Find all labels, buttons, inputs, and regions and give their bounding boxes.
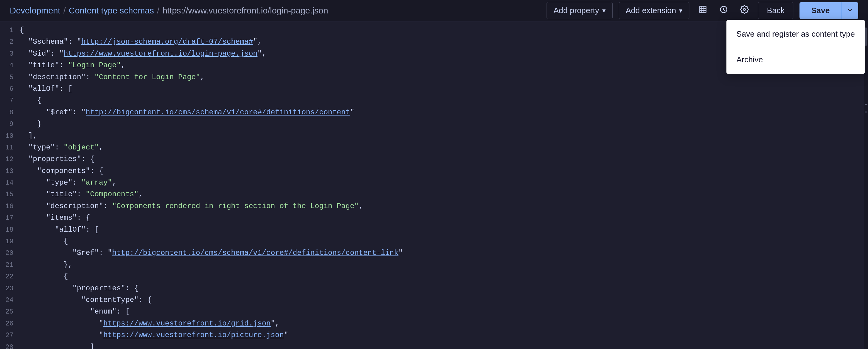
code-line: 20 "$ref": "http://bigcontent.io/cms/sch… xyxy=(0,247,864,259)
code-line: 25 "enum": [ xyxy=(0,306,864,317)
line-number: 5 xyxy=(0,72,20,83)
line-number: 12 xyxy=(0,154,20,165)
line-number: 25 xyxy=(0,307,20,317)
line-content: "type": "array", xyxy=(20,177,864,188)
line-number: 8 xyxy=(0,107,20,118)
breadcrumb-sep2: / xyxy=(157,6,159,15)
line-number: 3 xyxy=(0,48,20,59)
code-line: 21 }, xyxy=(0,259,864,271)
code-line: 9 } xyxy=(0,118,864,130)
line-content: } xyxy=(20,118,864,130)
line-content: "items": { xyxy=(20,212,864,224)
line-number: 26 xyxy=(0,318,20,329)
save-dropdown-button[interactable] xyxy=(841,2,858,19)
line-number: 21 xyxy=(0,260,20,271)
history-icon xyxy=(719,5,728,16)
line-content: { xyxy=(20,236,864,247)
scrollbar-tick-2 xyxy=(865,111,867,112)
code-line: 19 { xyxy=(0,236,864,247)
line-number: 9 xyxy=(0,119,20,130)
code-line: 15 "title": "Components", xyxy=(0,188,864,200)
code-line: 6 "allOf": [ xyxy=(0,83,864,95)
line-number: 27 xyxy=(0,330,20,341)
line-number: 4 xyxy=(0,60,20,71)
code-line: 11 "type": "object", xyxy=(0,142,864,153)
add-property-chevron-icon: ▾ xyxy=(602,7,606,15)
code-line: 14 "type": "array", xyxy=(0,177,864,188)
code-line: 12 "properties": { xyxy=(0,153,864,165)
toolbar-actions: Add property ▾ Add extension ▾ xyxy=(547,2,858,19)
line-content: "description": "Components rendered in r… xyxy=(20,201,864,212)
code-line: 28 ] xyxy=(0,341,864,349)
line-number: 19 xyxy=(0,236,20,247)
save-dropdown-chevron-icon xyxy=(846,7,853,14)
code-line: 7 { xyxy=(0,95,864,106)
settings-icon xyxy=(740,5,749,16)
settings-button[interactable] xyxy=(737,3,752,18)
breadcrumb-current-file: https://www.vuestorefront.io/login-page.… xyxy=(162,6,328,15)
line-number: 17 xyxy=(0,213,20,223)
line-content: "https://www.vuestorefront.io/picture.js… xyxy=(20,329,864,341)
line-number: 15 xyxy=(0,189,20,200)
line-number: 20 xyxy=(0,248,20,258)
code-line: 24 "contentType": { xyxy=(0,294,864,306)
scrollbar-tick-1 xyxy=(865,104,867,105)
line-content: "properties": { xyxy=(20,283,864,294)
add-property-button[interactable]: Add property ▾ xyxy=(547,2,613,19)
topbar: Development / Content type schemas / htt… xyxy=(0,0,868,22)
code-line: 27 "https://www.vuestorefront.io/picture… xyxy=(0,329,864,341)
line-number: 18 xyxy=(0,224,20,235)
code-line: 13 "components": { xyxy=(0,165,864,177)
line-number: 6 xyxy=(0,84,20,95)
code-line: 26 "https://www.vuestorefront.io/grid.js… xyxy=(0,318,864,329)
line-content: "$ref": "http://bigcontent.io/cms/schema… xyxy=(20,107,864,118)
breadcrumb-sep1: / xyxy=(63,6,66,15)
line-number: 11 xyxy=(0,142,20,153)
line-content: "allOf": [ xyxy=(20,83,864,95)
dropdown-divider xyxy=(727,47,865,47)
line-content: ] xyxy=(20,341,864,349)
code-line: 10 ], xyxy=(0,130,864,142)
save-register-content-type-item[interactable]: Save and register as content type xyxy=(727,23,865,45)
line-content: { xyxy=(20,271,864,282)
line-number: 24 xyxy=(0,295,20,306)
history-button[interactable] xyxy=(716,3,731,18)
line-content: "enum": [ xyxy=(20,306,864,317)
line-content: }, xyxy=(20,259,864,271)
code-line: 16 "description": "Components rendered i… xyxy=(0,201,864,212)
line-number: 1 xyxy=(0,25,20,36)
code-line: 8 "$ref": "http://bigcontent.io/cms/sche… xyxy=(0,107,864,118)
archive-item[interactable]: Archive xyxy=(727,48,865,71)
line-content: "title": "Components", xyxy=(20,188,864,200)
add-extension-label: Add extension xyxy=(626,6,676,15)
svg-point-6 xyxy=(744,8,746,11)
breadcrumb-schemas[interactable]: Content type schemas xyxy=(69,6,154,15)
svg-rect-0 xyxy=(700,6,706,13)
back-button[interactable]: Back xyxy=(758,2,794,19)
line-content: "https://www.vuestorefront.io/grid.json"… xyxy=(20,318,864,329)
add-extension-chevron-icon: ▾ xyxy=(679,7,682,15)
line-number: 14 xyxy=(0,178,20,188)
line-content: "components": { xyxy=(20,165,864,177)
line-number: 10 xyxy=(0,131,20,141)
line-number: 28 xyxy=(0,342,20,349)
line-content: "properties": { xyxy=(20,153,864,165)
line-number: 2 xyxy=(0,37,20,47)
line-number: 13 xyxy=(0,166,20,177)
save-button-group: Save xyxy=(800,2,858,19)
line-content: { xyxy=(20,95,864,106)
line-content: ], xyxy=(20,130,864,142)
breadcrumb-development[interactable]: Development xyxy=(10,6,60,15)
add-property-label: Add property xyxy=(554,6,599,15)
line-number: 7 xyxy=(0,95,20,106)
line-content: "type": "object", xyxy=(20,142,864,153)
table-icon xyxy=(699,5,707,16)
line-content: "contentType": { xyxy=(20,294,864,306)
save-dropdown-menu: Save and register as content type Archiv… xyxy=(726,20,865,74)
breadcrumb: Development / Content type schemas / htt… xyxy=(10,6,547,15)
add-extension-button[interactable]: Add extension ▾ xyxy=(619,2,690,19)
code-line: 23 "properties": { xyxy=(0,283,864,294)
save-button[interactable]: Save xyxy=(800,2,841,19)
table-view-button[interactable] xyxy=(695,3,710,18)
code-line: 22 { xyxy=(0,271,864,282)
